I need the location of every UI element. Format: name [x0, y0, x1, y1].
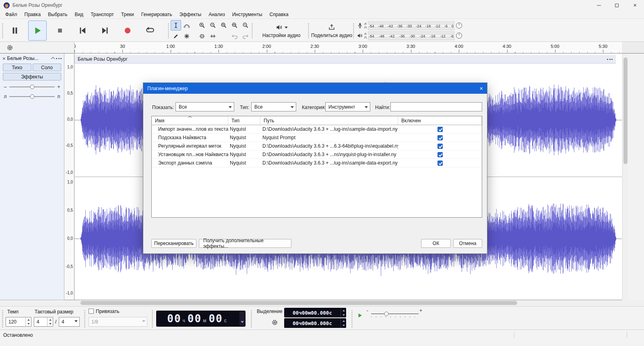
plugin-enabled-checkbox[interactable] [438, 152, 443, 157]
stop-button[interactable] [51, 21, 69, 41]
minimize-button[interactable] [590, 0, 608, 10]
toolbar-grip[interactable] [84, 310, 86, 327]
toolbar-grip[interactable] [353, 23, 355, 38]
record-meter[interactable]: ЛП -54-48-42-36-30-24-18-12-60 [357, 21, 462, 31]
menu-item[interactable]: Треки [118, 11, 138, 18]
timesig-upper-spinbox[interactable]: 4 [34, 317, 53, 327]
record-meter-bar[interactable]: -54-48-42-36-30-24-18-12-60 [368, 21, 454, 30]
draw-tool-button[interactable] [171, 31, 181, 41]
gain-slider[interactable]: – + [3, 84, 61, 90]
menu-item[interactable]: Транспорт [87, 11, 118, 18]
selection-end-spinner[interactable] [341, 318, 346, 328]
undo-button[interactable] [229, 31, 240, 41]
selection-settings-button[interactable] [270, 317, 279, 327]
selection-end-value[interactable]: 00ч00м00.000с [284, 320, 341, 326]
timeline-settings-button[interactable] [5, 43, 14, 52]
type-filter-select[interactable]: Все [251, 102, 296, 111]
horizontal-scrollbar[interactable] [0, 300, 644, 306]
plugin-row[interactable]: Экспорт данных сэмпла Nyquist D:\Downloa… [152, 159, 482, 167]
vertical-scale-ruler[interactable]: 1,00,50,0-0,5-1,01,00,50,0-0,5-1,0 [64, 54, 74, 300]
play-speed-slider[interactable] [371, 313, 419, 314]
vertical-scrollbar-thumb[interactable] [623, 58, 627, 164]
column-header-path[interactable]: Путь [260, 116, 398, 125]
ok-button[interactable]: ОК [421, 239, 451, 248]
toolbar-grip[interactable] [251, 23, 253, 38]
search-input[interactable] [390, 102, 482, 111]
menu-item[interactable]: Инструменты [229, 11, 266, 18]
menu-item[interactable]: Генерировать [138, 11, 176, 18]
menu-item[interactable]: Эффекты [176, 11, 205, 18]
menu-item[interactable]: Вид [71, 11, 87, 18]
snap-checkbox-row[interactable]: Привязать [89, 309, 119, 314]
play-speed-thumb[interactable] [384, 312, 388, 316]
plugin-enabled-checkbox[interactable] [438, 161, 443, 166]
zoom-out-button[interactable] [208, 20, 218, 31]
timesig-lower-combo[interactable]: 4 [59, 317, 80, 327]
zoom-toggle-button[interactable] [240, 20, 251, 31]
loop-button[interactable] [141, 21, 159, 41]
selection-start-value[interactable]: 00ч00м00.000с [284, 310, 341, 316]
record-gain-knob[interactable] [456, 23, 462, 29]
time-digits[interactable]: 00 [167, 313, 181, 325]
fit-project-button[interactable] [229, 20, 240, 31]
timesig-upper-spinner[interactable] [47, 317, 53, 326]
toolbar-grip[interactable] [151, 310, 153, 327]
menu-item[interactable]: Выбрать [44, 11, 71, 18]
toolbar-grip[interactable] [2, 310, 4, 327]
selection-tool-button[interactable] [171, 20, 181, 31]
playback-volume-knob[interactable] [456, 33, 462, 39]
fit-selection-button[interactable] [219, 20, 229, 31]
plugin-enabled-checkbox[interactable] [438, 127, 443, 132]
pause-button[interactable] [6, 21, 24, 41]
envelope-tool-button[interactable] [182, 20, 192, 31]
record-button[interactable] [118, 21, 137, 41]
close-button[interactable]: × [626, 0, 644, 10]
mute-button[interactable]: Тихо [3, 64, 31, 71]
category-filter-select[interactable]: Инструмент [325, 102, 370, 111]
silence-audio-button[interactable] [208, 31, 218, 41]
pan-thumb[interactable] [30, 95, 34, 99]
pan-track[interactable] [9, 96, 55, 97]
plugin-row[interactable]: Установщик пл...нов Найквиста Nyquist D:… [152, 150, 482, 159]
dialog-titlebar[interactable]: Плагин-менеджер × [143, 83, 487, 94]
time-format-dropdown[interactable] [239, 311, 245, 326]
selection-end-field[interactable]: 00ч00м00.000с [284, 318, 346, 328]
timesig-upper-value[interactable]: 4 [34, 319, 47, 325]
solo-button[interactable]: Соло [33, 64, 61, 71]
column-header-enabled[interactable]: Включен [398, 116, 482, 125]
trim-audio-button[interactable] [197, 31, 207, 41]
column-header-type[interactable]: Тип [228, 116, 260, 125]
track-name[interactable]: Белые Розы... [7, 56, 50, 61]
dialog-close-button[interactable]: × [472, 85, 483, 92]
show-filter-select[interactable]: Все [175, 102, 234, 111]
playback-meter-bar[interactable]: -54-48-42-36-30-24-18-12-6 [368, 31, 454, 40]
play-button[interactable] [28, 21, 47, 41]
share-audio-button[interactable]: Поделиться аудио [311, 21, 353, 41]
skip-to-end-button[interactable] [96, 21, 114, 41]
get-more-effects-button[interactable]: Получить дополнительные эффекты... [199, 239, 291, 248]
playback-meter[interactable]: ЛП -54-48-42-36-30-24-18-12-6 [357, 31, 462, 41]
menu-item[interactable]: Файл [2, 11, 21, 18]
selection-start-field[interactable]: 00ч00м00.000с [284, 308, 346, 317]
toolbar-grip[interactable] [308, 23, 310, 38]
maximize-button[interactable] [608, 0, 626, 10]
vertical-scrollbar[interactable] [622, 54, 628, 300]
plugin-row[interactable]: Импорт значен...плов из текста Nyquist D… [152, 125, 482, 134]
redo-button[interactable] [240, 31, 251, 41]
skip-to-start-button[interactable] [73, 21, 92, 41]
track-collapse-icon[interactable] [51, 57, 55, 61]
track-close-button[interactable]: × [2, 56, 6, 61]
gain-thumb[interactable] [30, 85, 34, 89]
tempo-spinbox[interactable]: 120 [6, 317, 31, 327]
play-at-speed-button[interactable] [354, 310, 365, 321]
effects-button[interactable]: Эффекты [3, 73, 61, 80]
audio-setup-button[interactable]: Настройки аудио [256, 21, 307, 41]
pan-slider[interactable]: л п [3, 93, 61, 100]
menu-item[interactable]: Анализ [205, 11, 229, 18]
zoom-in-button[interactable] [197, 20, 207, 31]
cancel-button[interactable]: Отмена [453, 239, 482, 248]
clip-menu-button[interactable] [607, 59, 613, 60]
time-digits[interactable]: 00 [208, 313, 223, 325]
toolbar-grip[interactable] [250, 310, 252, 327]
horizontal-scrollbar-thumb[interactable] [80, 301, 517, 305]
